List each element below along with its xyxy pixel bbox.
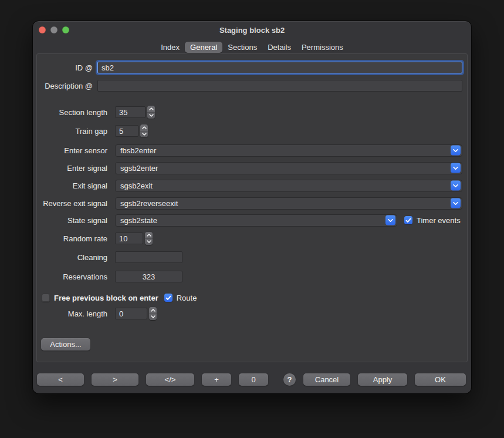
state-signal-combo[interactable]: sgsb2state [115, 214, 397, 227]
state-signal-label: State signal [37, 216, 107, 225]
enter-signal-combo[interactable]: sgsb2enter [115, 162, 462, 174]
check-icon [165, 295, 171, 301]
reverse-exit-signal-combo[interactable]: sgsb2reverseexit [115, 197, 462, 210]
reverse-exit-signal-label: Reverse exit signal [37, 199, 107, 208]
tab-sections[interactable]: Sections [222, 42, 262, 53]
cleaning-row: Cleaning [37, 251, 462, 264]
reverse-exit-signal-dropdown-button[interactable] [451, 198, 461, 208]
state-signal-value: sgsb2state [120, 216, 157, 225]
state-signal-row: State signal sgsb2state Timer events [37, 214, 462, 227]
cleaning-input[interactable] [115, 251, 182, 263]
chevron-down-icon [147, 112, 155, 119]
random-rate-row: Random rate [37, 232, 462, 245]
exit-signal-row: Exit signal sgsb2exit [37, 179, 462, 192]
train-gap-input[interactable] [115, 125, 138, 137]
help-button[interactable]: ? [283, 373, 296, 386]
apply-button[interactable]: Apply [358, 373, 407, 386]
description-row: Description @ [37, 79, 462, 92]
add-button[interactable]: + [202, 373, 231, 386]
chevron-down-icon [140, 131, 148, 138]
chevron-down-icon [145, 238, 153, 245]
tab-details[interactable]: Details [262, 42, 296, 53]
state-signal-dropdown-button[interactable] [385, 215, 395, 225]
enter-signal-dropdown-button[interactable] [451, 163, 461, 173]
tab-general[interactable]: General [185, 42, 222, 53]
max-length-label: Max. length [37, 309, 107, 318]
checkbox-row: Free previous block on enter Route [37, 291, 462, 304]
timer-events-label: Timer events [417, 216, 461, 225]
exit-signal-dropdown-button[interactable] [451, 181, 461, 191]
enter-sensor-value: fbsb2enter [120, 146, 156, 155]
free-previous-block-label: Free previous block on enter [54, 294, 158, 302]
tab-permissions[interactable]: Permissions [296, 42, 349, 53]
train-gap-row: Train gap [37, 124, 462, 137]
description-label: Description @ [37, 82, 93, 90]
description-input[interactable] [97, 80, 462, 92]
random-rate-stepper[interactable] [145, 232, 153, 245]
section-length-stepper[interactable] [147, 106, 155, 119]
enter-signal-label: Enter signal [37, 164, 107, 173]
chevron-up-icon [140, 124, 148, 131]
ok-button[interactable]: OK [415, 373, 466, 386]
exit-signal-value: sgsb2exit [120, 181, 153, 190]
footer-toolbar: < > </> + 0 ? Cancel Apply OK [37, 373, 464, 386]
reservations-label: Reservations [37, 272, 107, 281]
tab-bar: Index General Sections Details Permissio… [33, 41, 471, 53]
chevron-down-icon [453, 166, 458, 170]
cleaning-label: Cleaning [37, 253, 107, 262]
timer-events-checkbox[interactable] [404, 216, 412, 224]
route-label: Route [177, 294, 197, 302]
chevron-down-icon [453, 149, 458, 152]
prev-button[interactable]: < [37, 373, 84, 386]
chevron-down-icon [388, 218, 393, 222]
chevron-down-icon [453, 201, 458, 205]
chevron-down-icon [149, 314, 157, 321]
chevron-up-icon [145, 232, 153, 238]
max-length-input[interactable] [115, 308, 147, 319]
exit-signal-label: Exit signal [37, 181, 107, 190]
actions-button[interactable]: Actions... [41, 338, 90, 351]
id-row: ID @ [37, 61, 462, 74]
free-previous-block-checkbox[interactable] [42, 294, 50, 302]
enter-signal-row: Enter signal sgsb2enter [37, 161, 462, 174]
enter-sensor-dropdown-button[interactable] [451, 146, 461, 156]
max-length-row: Max. length [37, 307, 462, 320]
xml-button[interactable]: </> [146, 373, 194, 386]
section-length-input[interactable] [115, 106, 146, 118]
titlebar: Staging block sb2 [33, 21, 471, 39]
section-length-label: Section length [37, 108, 107, 117]
tab-index[interactable]: Index [155, 42, 185, 53]
reservations-input[interactable] [115, 271, 182, 282]
check-icon [405, 218, 411, 223]
page-title: Staging block sb2 [33, 26, 471, 35]
enter-sensor-label: Enter sensor [37, 146, 107, 155]
reverse-exit-signal-value: sgsb2reverseexit [120, 199, 178, 208]
enter-sensor-row: Enter sensor fbsb2enter [37, 144, 462, 157]
enter-sensor-combo[interactable]: fbsb2enter [115, 144, 462, 157]
route-checkbox[interactable] [164, 294, 172, 302]
enter-signal-value: sgsb2enter [120, 164, 158, 173]
train-gap-stepper[interactable] [140, 124, 148, 137]
train-gap-label: Train gap [37, 127, 107, 136]
chevron-down-icon [453, 184, 458, 187]
reverse-exit-signal-row: Reverse exit signal sgsb2reverseexit [37, 197, 462, 210]
zero-button[interactable]: 0 [239, 373, 268, 386]
exit-signal-combo[interactable]: sgsb2exit [115, 180, 462, 192]
id-input[interactable] [97, 62, 462, 73]
section-length-row: Section length [37, 106, 462, 119]
chevron-up-icon [147, 106, 155, 112]
cancel-button[interactable]: Cancel [303, 373, 350, 386]
chevron-up-icon [149, 307, 157, 314]
dialog-window: Staging block sb2 Index General Sections… [33, 21, 471, 393]
random-rate-input[interactable] [115, 233, 143, 244]
next-button[interactable]: > [92, 373, 138, 386]
reservations-row: Reservations [37, 270, 462, 283]
general-tab-panel: ID @ Description @ Section length Train … [36, 53, 468, 362]
max-length-stepper[interactable] [149, 307, 157, 320]
id-label: ID @ [37, 63, 93, 72]
random-rate-label: Random rate [37, 234, 107, 243]
